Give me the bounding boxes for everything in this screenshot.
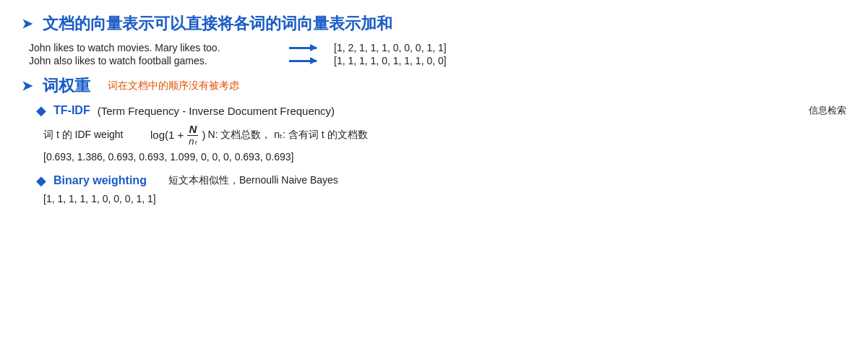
tfidf-values: [0.693, 1.386, 0.693, 0.693, 1.099, 0, 0… bbox=[43, 151, 846, 163]
tfidf-title-blue: TF-IDF bbox=[53, 104, 90, 117]
binary-title-row: ◆ Binary weighting 短文本相似性，Bernoulli Naiv… bbox=[36, 173, 846, 189]
doc-lines: John likes to watch movies. Mary likes t… bbox=[29, 42, 846, 66]
binary-diamond: ◆ bbox=[36, 173, 46, 189]
doc2-sentence: John also likes to watch football games. bbox=[29, 55, 275, 66]
formula-fraction: N nₜ bbox=[187, 123, 198, 147]
tfidf-subsection: ◆ TF-IDF (Term Frequency - Inverse Docum… bbox=[36, 103, 846, 163]
section2-note: 词在文档中的顺序没有被考虑 bbox=[108, 79, 239, 92]
section1-title: 文档的向量表示可以直接将各词的词向量表示加和 bbox=[43, 13, 392, 35]
tfidf-formula-row: 词 t 的 IDF weight log(1 + N nₜ ) N: 文档总数，… bbox=[43, 123, 846, 147]
section2-heading: ➤ 词权重 词在文档中的顺序没有被考虑 bbox=[22, 75, 846, 97]
binary-title-blue: Binary weighting bbox=[53, 174, 147, 187]
tfidf-title-row: ◆ TF-IDF (Term Frequency - Inverse Docum… bbox=[36, 103, 846, 118]
doc1-sentence: John likes to watch movies. Mary likes t… bbox=[29, 42, 275, 53]
tfidf-right-label: 信息检索 bbox=[809, 104, 846, 117]
formula-suffix: ) bbox=[202, 129, 206, 141]
binary-note: 短文本相似性，Bernoulli Naive Bayes bbox=[168, 174, 338, 187]
formula-denominator: nₜ bbox=[187, 136, 198, 147]
formula-log: log(1 + bbox=[150, 129, 184, 141]
section2-title: 词权重 bbox=[43, 75, 90, 97]
doc-row-1: John likes to watch movies. Mary likes t… bbox=[29, 42, 846, 53]
binary-values: [1, 1, 1, 1, 1, 0, 0, 0, 1, 1] bbox=[43, 193, 846, 204]
tfidf-title-black: (Term Frequency - Inverse Document Frequ… bbox=[98, 105, 335, 117]
section1-arrow: ➤ bbox=[22, 16, 33, 32]
arrow-right-1 bbox=[289, 47, 317, 49]
formula-numerator: N bbox=[187, 123, 198, 136]
doc-row-2: John also likes to watch football games.… bbox=[29, 55, 846, 66]
tfidf-diamond: ◆ bbox=[36, 103, 46, 118]
section2-arrow: ➤ bbox=[22, 78, 33, 94]
formula-note: N: 文档总数， nₜ: 含有词 t 的文档数 bbox=[208, 129, 368, 142]
tfidf-formula-math: log(1 + N nₜ ) N: 文档总数， nₜ: 含有词 t 的文档数 bbox=[150, 123, 368, 147]
tfidf-formula-label: 词 t 的 IDF weight bbox=[43, 129, 137, 142]
doc1-vector: [1, 2, 1, 1, 1, 0, 0, 0, 1, 1] bbox=[334, 42, 447, 53]
binary-subsection: ◆ Binary weighting 短文本相似性，Bernoulli Naiv… bbox=[36, 173, 846, 204]
doc2-vector: [1, 1, 1, 1, 0, 1, 1, 1, 0, 0] bbox=[334, 55, 447, 66]
section1-heading: ➤ 文档的向量表示可以直接将各词的词向量表示加和 bbox=[22, 13, 846, 35]
arrow-right-2 bbox=[289, 60, 317, 62]
